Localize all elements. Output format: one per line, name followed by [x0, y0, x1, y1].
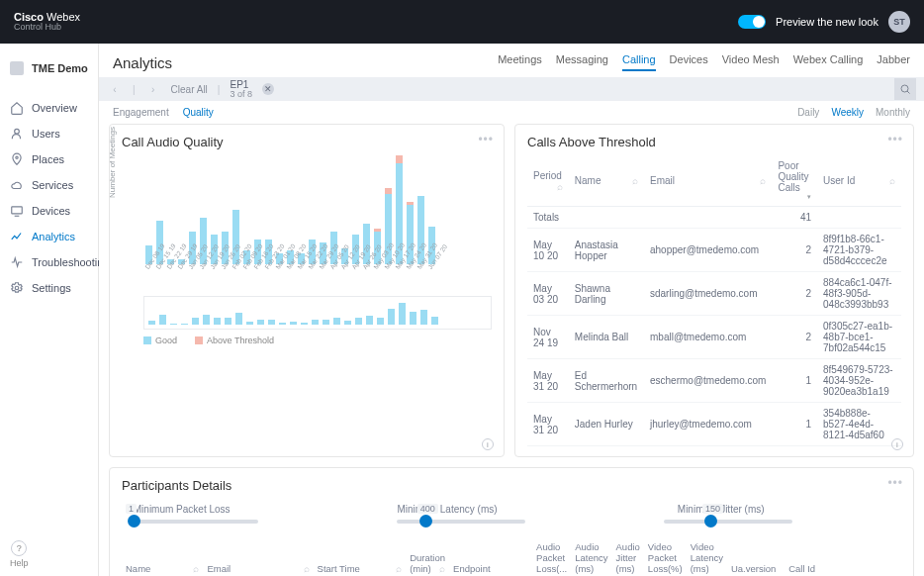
card-threshold: ••• Calls Above Threshold Period⌕ Name⌕ … [514, 124, 914, 457]
info-icon[interactable]: i [891, 438, 903, 450]
card-menu-icon[interactable]: ••• [478, 133, 494, 146]
filter-chip[interactable]: EP1 3 of 8 [230, 79, 252, 100]
tab-jabber[interactable]: Jabber [877, 53, 910, 71]
slider-label-latency: Minimum Latency (ms) [393, 504, 498, 515]
slider-latency[interactable]: 400 [397, 520, 525, 524]
th-name[interactable]: Name⌕ [569, 155, 644, 207]
range-monthly[interactable]: Monthly [876, 107, 910, 118]
slider-thumb[interactable] [419, 515, 432, 528]
th-email[interactable]: Email⌕ [203, 536, 313, 576]
table-row[interactable]: May 31 20Ed Schermerhorneschermo@tmedemo… [527, 359, 901, 403]
search-icon[interactable]: ⌕ [889, 175, 895, 186]
table-row[interactable]: May 10 20Anastasia Hopperahopper@tmedemo… [527, 229, 901, 272]
sidebar-item-users[interactable]: Users [0, 121, 98, 146]
search-icon[interactable]: ⌕ [632, 175, 638, 186]
sidebar: TME Demo Overview Users Places Services … [0, 44, 99, 576]
th-vpl[interactable]: Video Packet Loss(%) [644, 536, 687, 576]
pulse-icon [10, 255, 24, 269]
range-weekly[interactable]: Weekly [831, 107, 864, 118]
th-duration[interactable]: Duration (min)⌕ [406, 536, 449, 576]
tab-messaging[interactable]: Messaging [556, 53, 608, 71]
filter-next[interactable]: › [145, 84, 161, 95]
sidebar-item-troubleshooting[interactable]: Troubleshooting [0, 249, 98, 275]
help-widget[interactable]: ? Help [10, 540, 29, 568]
slider-thumb[interactable] [704, 515, 717, 528]
preview-label: Preview the new look [776, 16, 878, 28]
avatar[interactable]: ST [888, 11, 910, 33]
filter-bar: ‹ | › Clear All | EP1 3 of 8 ✕ [99, 77, 924, 101]
search-icon[interactable]: ⌕ [304, 563, 310, 574]
th-alat[interactable]: Audio Latency (ms) [571, 536, 611, 576]
th-cid[interactable]: Call Id [785, 536, 924, 576]
sidebar-item-places[interactable]: Places [0, 146, 98, 172]
card-menu-icon[interactable]: ••• [887, 133, 903, 146]
tab-webex-calling[interactable]: Webex Calling [793, 53, 864, 71]
slider-jitter[interactable]: 150 [664, 520, 792, 524]
tab-video-mesh[interactable]: Video Mesh [722, 53, 780, 71]
filter-prev[interactable]: ‹ [107, 84, 123, 95]
nav-label: Services [32, 179, 73, 191]
subtab-quality[interactable]: Quality [183, 107, 214, 118]
slider-value: 1 [126, 504, 137, 514]
brand: Cisco Webex Control Hub [14, 11, 80, 33]
th-ajit[interactable]: Audio Jitter (ms) [612, 536, 644, 576]
clear-all[interactable]: Clear All [171, 84, 208, 95]
tab-meetings[interactable]: Meetings [498, 53, 542, 71]
subtab-engagement[interactable]: Engagement [113, 107, 169, 118]
chip-remove-icon[interactable]: ✕ [262, 83, 274, 95]
device-icon [10, 204, 24, 218]
table-row[interactable]: Nov 24 19Melinda Ballmball@tmedemo.com20… [527, 316, 901, 359]
card-participants: ••• Participants Details Minimum Packet … [109, 467, 914, 576]
cloud-icon [10, 178, 24, 192]
slider-thumb[interactable] [128, 515, 140, 528]
sidebar-item-services[interactable]: Services [0, 172, 98, 198]
sidebar-item-overview[interactable]: Overview [0, 95, 98, 121]
table-row[interactable]: May 31 20Jaden Hurleyjhurley@tmedemo.com… [527, 403, 901, 446]
th-vlat[interactable]: Video Latency (ms) [687, 536, 727, 576]
search-icon[interactable]: ⌕ [760, 175, 766, 186]
th-pq[interactable]: Poor Quality Calls▾ [772, 155, 817, 207]
slider-packet-loss[interactable]: 1 [130, 520, 258, 524]
nav-label: Users [32, 128, 60, 140]
tab-calling[interactable]: Calling [622, 53, 656, 71]
overview-chart[interactable] [143, 296, 492, 330]
sort-desc-icon: ▾ [778, 193, 811, 201]
chip-name: EP1 [230, 79, 252, 90]
th-period[interactable]: Period⌕ [527, 155, 569, 207]
filter-search[interactable] [894, 78, 916, 100]
org-switcher[interactable]: TME Demo [0, 55, 98, 81]
range-tabs: Daily Weekly Monthly [797, 107, 910, 118]
brand-sub: Control Hub [14, 23, 80, 33]
th-email[interactable]: Email⌕ [644, 155, 772, 207]
threshold-table: Period⌕ Name⌕ Email⌕ Poor Quality Calls▾… [527, 155, 901, 446]
tab-devices[interactable]: Devices [670, 53, 708, 71]
search-icon[interactable]: ⌕ [193, 563, 199, 574]
legend-sw-good [143, 336, 151, 344]
th-name[interactable]: Name⌕ [122, 536, 203, 576]
legend-sw-bad [195, 336, 203, 344]
th-uid[interactable]: User Id⌕ [817, 155, 901, 207]
help-icon[interactable]: ? [11, 540, 27, 556]
sidebar-item-settings[interactable]: Settings [0, 275, 98, 301]
th-apl[interactable]: Audio Packet Loss(... [532, 536, 571, 576]
search-icon[interactable]: ⌕ [396, 563, 402, 574]
th-start[interactable]: Start Time⌕ [314, 536, 407, 576]
table-row[interactable]: May 03 20Shawna Darlingsdarling@tmedemo.… [527, 272, 901, 316]
chart-legend: Good Above Threshold [143, 336, 492, 345]
sidebar-item-analytics[interactable]: Analytics [0, 224, 98, 249]
th-uav[interactable]: Ua.version [727, 536, 785, 576]
svg-rect-2 [12, 207, 23, 214]
info-icon[interactable]: i [482, 438, 494, 450]
card-menu-icon[interactable]: ••• [887, 476, 903, 490]
range-daily[interactable]: Daily [797, 107, 819, 118]
gear-icon [10, 281, 24, 295]
th-endpoint[interactable]: Endpoint [449, 536, 532, 576]
search-icon[interactable]: ⌕ [557, 181, 563, 192]
preview-toggle[interactable] [738, 15, 766, 29]
global-header: Cisco Webex Control Hub Preview the new … [0, 0, 924, 44]
nav-label: Troubleshooting [32, 256, 109, 268]
search-icon[interactable]: ⌕ [439, 563, 445, 574]
sidebar-item-devices[interactable]: Devices [0, 198, 98, 224]
nav-label: Places [32, 153, 64, 165]
legend-good: Good [155, 336, 177, 345]
